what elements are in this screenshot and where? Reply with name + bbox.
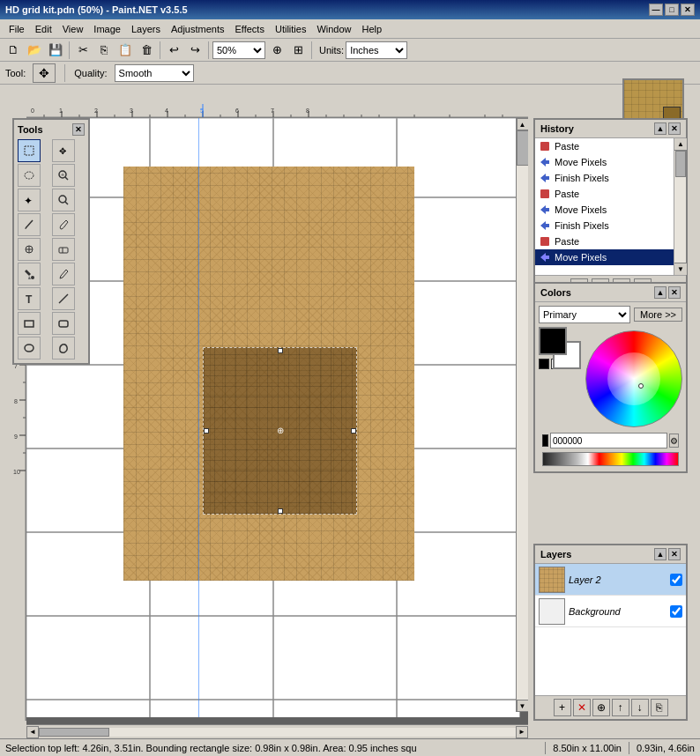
tool-lasso[interactable]	[18, 164, 41, 187]
cut-button[interactable]: ✂	[73, 41, 93, 60]
tool-shape-rounded[interactable]	[52, 312, 75, 335]
tool-zoom[interactable]: +	[52, 164, 75, 187]
menu-image[interactable]: Image	[88, 22, 126, 36]
delete-layer-button[interactable]: ✕	[573, 699, 591, 716]
history-item-label: Paste	[555, 141, 579, 152]
history-item[interactable]: Finish Pixels	[535, 170, 674, 186]
color-palette[interactable]	[542, 452, 679, 466]
undo-button[interactable]: ↩	[164, 41, 183, 60]
tool-paintbrush[interactable]	[52, 213, 75, 236]
selection-handle-bottom[interactable]	[278, 508, 283, 514]
menu-adjustments[interactable]: Adjustments	[166, 22, 230, 36]
reset-black[interactable]	[539, 359, 549, 369]
close-button[interactable]: ✕	[681, 4, 695, 16]
redo-button[interactable]: ↪	[185, 41, 205, 60]
layer-item-layer2[interactable]: Layer 2	[535, 564, 686, 596]
horizontal-scrollbar[interactable]: ◄ ►	[26, 724, 528, 738]
layers-panel-close[interactable]: ✕	[668, 548, 681, 560]
colors-more-button[interactable]: More >>	[634, 308, 682, 322]
duplicate-layer-button[interactable]: ⎘	[651, 699, 668, 716]
tool-shape-rect[interactable]	[18, 312, 41, 335]
layer-item-background[interactable]: Background	[535, 596, 686, 627]
color-options-button[interactable]: ⚙	[669, 434, 679, 448]
layer-bg-visibility-check[interactable]	[670, 605, 682, 618]
move-layer-down-button[interactable]: ↓	[631, 699, 649, 716]
history-item[interactable]: Paste	[535, 138, 674, 154]
menu-effects[interactable]: Effects	[230, 22, 270, 36]
color-wheel[interactable]	[585, 330, 682, 427]
open-button[interactable]: 📂	[25, 41, 44, 60]
units-select[interactable]: Inches Pixels Centimeters	[346, 41, 407, 59]
tool-magnify[interactable]	[52, 189, 75, 211]
tool-color-picker[interactable]	[52, 263, 75, 285]
new-button[interactable]: 🗋	[4, 41, 23, 60]
history-scroll-down[interactable]: ▼	[674, 263, 687, 275]
menu-layers[interactable]: Layers	[126, 22, 166, 36]
tool-line[interactable]	[52, 287, 75, 310]
tool-ellipse[interactable]	[18, 337, 41, 359]
canvas-scroll[interactable]: ⊕ ▲ ▼	[26, 118, 528, 724]
scroll-left-button[interactable]: ◄	[26, 726, 39, 738]
layer-name: Layer 2	[569, 574, 666, 585]
vertical-scrollbar[interactable]: ▲ ▼	[516, 118, 528, 712]
scroll-up-button[interactable]: ▲	[517, 118, 529, 130]
tool-pencil[interactable]	[18, 213, 41, 236]
tool-magic-wand[interactable]: ✦	[18, 189, 41, 211]
copy-button[interactable]: ⎘	[94, 41, 114, 60]
menu-file[interactable]: File	[4, 22, 30, 36]
menu-help[interactable]: Help	[357, 22, 388, 36]
add-layer-button[interactable]: +	[554, 699, 571, 716]
scroll-down-button[interactable]: ▼	[517, 700, 529, 712]
merge-layer-button[interactable]: ⊕	[592, 699, 610, 716]
history-panel-expand[interactable]: ▲	[654, 122, 666, 135]
grid-button[interactable]: ⊞	[288, 41, 308, 60]
zoom-select[interactable]: 50% 100% 200%	[212, 41, 265, 59]
selection-handle-left[interactable]	[204, 428, 209, 434]
tools-panel-close-button[interactable]: ✕	[72, 123, 85, 136]
scroll-thumb[interactable]	[517, 130, 529, 166]
selection-handle-right[interactable]	[351, 428, 356, 434]
history-scroll-up[interactable]: ▲	[674, 138, 687, 151]
history-item[interactable]: Paste	[535, 233, 674, 249]
primary-swatch[interactable]	[539, 327, 567, 355]
menu-utilities[interactable]: Utilities	[270, 22, 311, 36]
tool-freeform[interactable]	[52, 337, 75, 359]
colors-panel-close[interactable]: ✕	[668, 286, 681, 299]
zoom-fit-button[interactable]: ⊕	[267, 41, 287, 60]
history-item[interactable]: Finish Pixels	[535, 218, 674, 233]
move-layer-up-button[interactable]: ↑	[612, 699, 629, 716]
paste-button[interactable]: 📋	[115, 41, 135, 60]
color-mode-select[interactable]: Primary Secondary	[539, 306, 630, 323]
layers-panel-expand[interactable]: ▲	[654, 548, 666, 560]
save-button[interactable]: 💾	[46, 41, 65, 60]
tool-clone-stamp[interactable]	[18, 238, 41, 261]
history-item-label: Paste	[555, 189, 579, 199]
h-scroll-thumb[interactable]	[39, 728, 109, 737]
scroll-right-button[interactable]: ►	[516, 726, 528, 738]
minimize-button[interactable]: —	[649, 4, 663, 16]
history-item[interactable]: Paste	[535, 186, 674, 202]
tool-fill[interactable]	[18, 263, 41, 285]
layer-visibility-check[interactable]	[670, 574, 682, 586]
svg-rect-109	[540, 237, 549, 246]
tool-eraser[interactable]	[52, 238, 75, 261]
history-item[interactable]: Move Pixels	[535, 202, 674, 218]
delete-button[interactable]: 🗑	[137, 41, 156, 60]
menu-window[interactable]: Window	[311, 22, 356, 36]
hex-color-input[interactable]	[550, 433, 667, 448]
tool-rectangle-select[interactable]	[18, 139, 41, 162]
selection-handle-top[interactable]	[278, 348, 283, 353]
tool-move[interactable]: ✥	[52, 139, 75, 162]
history-panel-close[interactable]: ✕	[668, 122, 681, 135]
menu-view[interactable]: View	[57, 22, 89, 36]
history-item[interactable]: Move Pixels	[535, 154, 674, 170]
active-tool-btn[interactable]: ✥	[33, 63, 56, 83]
tool-text[interactable]: T	[18, 287, 41, 310]
menu-edit[interactable]: Edit	[30, 22, 57, 36]
history-scroll-thumb[interactable]	[675, 151, 686, 177]
colors-panel-expand[interactable]: ▲	[654, 286, 666, 299]
quality-select[interactable]: Smooth Aliased	[115, 64, 194, 82]
canvas-area[interactable]: ⊕ ▲ ▼	[26, 118, 528, 724]
maximize-button[interactable]: □	[665, 4, 679, 16]
history-item-active[interactable]: Move Pixels	[535, 249, 674, 265]
